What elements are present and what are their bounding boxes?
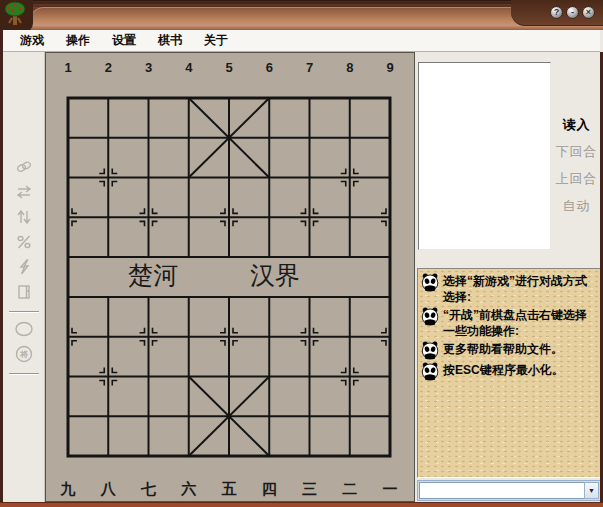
svg-text:1: 1 [64,60,71,75]
menu-item-2[interactable]: 设置 [101,30,147,51]
dice-icon[interactable] [13,233,35,251]
tip-row: 选择“新游戏”进行对战方式选择: [421,273,597,305]
link-icon[interactable] [13,158,35,176]
playback-buttons: 读入下回合上回合自动 [553,116,600,224]
xiangqi-board[interactable]: 123456789九八七六五四三二一楚河汉界 [46,53,414,501]
menu-item-1[interactable]: 操作 [55,30,101,51]
menu-item-3[interactable]: 棋书 [147,30,193,51]
general-piece-icon[interactable]: 将 [13,345,35,363]
svg-text:楚河: 楚河 [128,262,178,289]
nav-button-下回合[interactable]: 下回合 [553,143,600,161]
svg-text:将: 将 [19,350,29,359]
nav-button-自动[interactable]: 自动 [553,197,600,215]
svg-text:7: 7 [306,60,313,75]
svg-text:九: 九 [60,481,76,497]
svg-text:2: 2 [105,60,112,75]
tip-row: “开战”前棋盘点击右键选择一些功能操作: [421,307,597,339]
panda-icon [421,362,440,381]
svg-text:8: 8 [346,60,353,75]
svg-text:6: 6 [266,60,273,75]
nav-button-读入[interactable]: 读入 [553,116,600,134]
combobox: ▼ [417,480,601,501]
swap-horizontal-icon[interactable] [13,183,35,201]
tip-row: 按ESC键程序最小化。 [421,362,597,381]
toolbar-divider [9,311,39,313]
menu-item-4[interactable]: 关于 [193,30,239,51]
svg-text:3: 3 [145,60,152,75]
app-logo-tab [0,0,33,33]
nav-button-上回合[interactable]: 上回合 [553,170,600,188]
left-toolbar: 将 [3,52,45,502]
svg-text:一: 一 [383,481,398,497]
panda-icon [421,307,440,326]
tip-text: “开战”前棋盘点击右键选择一些功能操作: [443,308,587,338]
tree-logo-icon [0,0,30,30]
combobox-input[interactable] [419,482,584,499]
svg-text:4: 4 [185,60,193,75]
right-panel: 读入下回合上回合自动 选择“新游戏”进行对战方式选择: “开战”前棋盘点击右键选… [415,52,600,502]
svg-text:七: 七 [140,481,156,497]
svg-text:八: 八 [100,481,117,497]
svg-text:三: 三 [302,481,317,497]
window-border-bottom [0,502,603,507]
help-button[interactable]: ? [550,6,563,19]
minimize-button[interactable]: - [566,6,579,19]
tips-panel: 选择“新游戏”进行对战方式选择: “开战”前棋盘点击右键选择一些功能操作: 更多… [417,268,601,478]
svg-text:五: 五 [222,481,237,497]
svg-text:六: 六 [180,480,196,497]
tip-row: 更多帮助看帮助文件。 [421,341,597,360]
tip-text: 选择“新游戏”进行对战方式选择: [443,274,587,304]
swap-vertical-icon[interactable] [13,208,35,226]
lightning-icon[interactable] [13,258,35,276]
menu-bar: 游戏操作设置棋书关于 [3,30,600,52]
tip-text: 按ESC键程序最小化。 [443,363,564,377]
menu-item-0[interactable]: 游戏 [9,30,55,51]
panda-icon [421,273,440,292]
chevron-down-icon[interactable]: ▼ [584,482,599,499]
close-button[interactable]: × [582,6,595,19]
tip-text: 更多帮助看帮助文件。 [443,342,563,356]
xiangqi-app-window: ?-× 游戏操作设置棋书关于 [0,0,603,507]
svg-text:二: 二 [342,481,357,497]
svg-text:汉界: 汉界 [250,262,300,289]
title-bar[interactable]: ?-× [0,0,603,30]
move-list[interactable] [418,62,551,250]
toolbar-divider [9,373,39,375]
svg-text:四: 四 [262,481,277,497]
book-icon[interactable] [13,283,35,301]
svg-text:5: 5 [225,60,232,75]
svg-text:9: 9 [386,60,393,75]
ellipse-icon[interactable] [13,320,35,338]
window-border-left [0,30,3,502]
panda-icon [421,341,440,360]
board-panel: 123456789九八七六五四三二一楚河汉界 [45,52,415,502]
window-controls: ?-× [511,0,603,26]
